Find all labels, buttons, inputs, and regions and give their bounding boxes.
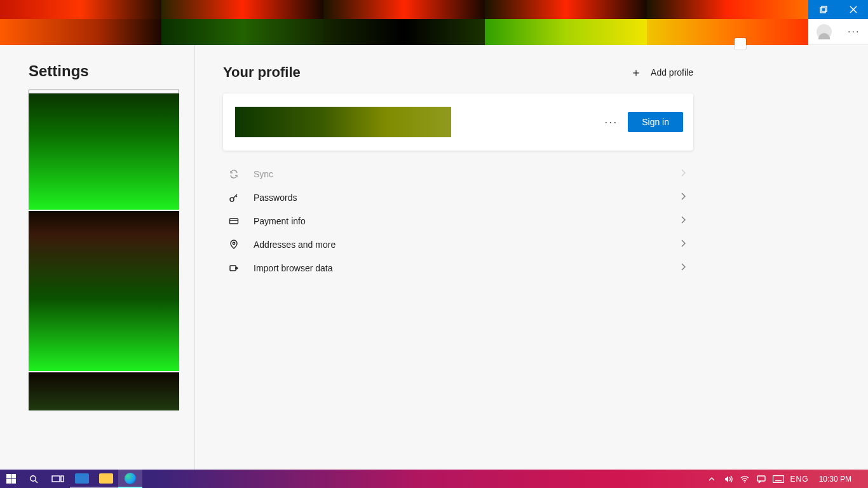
svg-point-13	[744, 482, 745, 483]
tray-overflow-button[interactable]	[707, 474, 717, 484]
taskbar-app-edge[interactable]	[118, 470, 142, 488]
chevron-right-icon	[678, 168, 688, 180]
add-profile-button[interactable]: ＋ Add profile	[630, 65, 693, 80]
row-sync: Sync	[223, 162, 693, 186]
toolbar-right-controls: ···	[808, 19, 868, 45]
chevron-right-icon	[678, 191, 688, 203]
credit-card-icon	[228, 216, 240, 226]
sidebar-nav-placeholder	[29, 90, 182, 410]
window-titlebar	[0, 0, 868, 19]
import-icon	[228, 263, 240, 273]
svg-rect-1	[822, 6, 827, 11]
app-menu-button[interactable]: ···	[848, 26, 860, 37]
restore-window-button[interactable]	[808, 0, 838, 19]
add-profile-label: Add profile	[651, 67, 693, 78]
taskbar-app-file-explorer[interactable]	[94, 470, 118, 488]
settings-title: Settings	[29, 62, 182, 80]
row-passwords[interactable]: Passwords	[223, 186, 693, 209]
chevron-right-icon	[678, 262, 688, 274]
row-addresses[interactable]: Addresses and more	[223, 233, 693, 256]
taskbar-clock[interactable]: 10:30 PM	[819, 475, 851, 484]
settings-body: Settings Your profile ＋ Add profile ··· …	[0, 45, 868, 470]
svg-rect-11	[52, 476, 60, 482]
location-pin-icon	[228, 240, 240, 250]
taskbar-right: ENG 10:30 PM	[707, 470, 868, 488]
svg-point-7	[233, 242, 234, 244]
windows-taskbar: ENG 10:30 PM	[0, 470, 868, 488]
toolbar-theme-area	[0, 19, 808, 45]
key-icon	[228, 193, 240, 203]
svg-rect-5	[230, 219, 238, 224]
main-header: Your profile ＋ Add profile	[223, 64, 693, 81]
windows-logo-icon	[6, 474, 16, 484]
row-label: Import browser data	[254, 263, 664, 273]
sync-icon	[228, 169, 240, 179]
row-payment-info[interactable]: Payment info	[223, 209, 693, 233]
settings-main: Your profile ＋ Add profile ··· Sign in S…	[195, 45, 868, 470]
row-label: Addresses and more	[254, 240, 664, 250]
page-title: Your profile	[223, 64, 301, 81]
row-import-browser-data[interactable]: Import browser data	[223, 256, 693, 280]
close-window-button[interactable]	[838, 0, 868, 19]
row-label: Passwords	[254, 193, 664, 203]
window-controls	[808, 0, 868, 19]
taskbar-left	[0, 470, 142, 488]
chevron-right-icon	[678, 238, 688, 250]
row-label: Sync	[254, 169, 664, 179]
taskbar-app-mail[interactable]	[70, 470, 94, 488]
svg-line-10	[35, 480, 37, 483]
profile-more-button[interactable]: ···	[604, 116, 618, 129]
svg-rect-0	[820, 8, 825, 13]
svg-rect-14	[757, 476, 765, 481]
wifi-icon[interactable]	[740, 474, 750, 484]
volume-icon[interactable]	[723, 474, 733, 484]
profile-card: ··· Sign in	[223, 93, 693, 151]
chevron-right-icon	[678, 215, 688, 227]
sign-in-button[interactable]: Sign in	[628, 112, 683, 132]
svg-rect-8	[230, 266, 236, 271]
settings-sidebar: Settings	[0, 45, 195, 470]
row-label: Payment info	[254, 216, 664, 226]
svg-rect-15	[773, 475, 783, 482]
profile-info-placeholder	[235, 107, 451, 137]
plus-icon: ＋	[630, 65, 642, 80]
titlebar-theme-area	[0, 0, 808, 19]
keyboard-icon[interactable]	[773, 475, 784, 483]
browser-toolbar: ···	[0, 19, 868, 45]
taskbar-search-button[interactable]	[22, 470, 46, 488]
svg-rect-12	[61, 476, 64, 482]
action-center-icon[interactable]	[756, 474, 766, 484]
svg-point-9	[31, 475, 36, 480]
profile-avatar-button[interactable]	[817, 24, 832, 39]
profile-rows: Sync Passwords Payment info	[223, 162, 693, 280]
language-indicator[interactable]: ENG	[790, 475, 809, 484]
task-view-button[interactable]	[46, 470, 70, 488]
start-button[interactable]	[0, 470, 22, 488]
